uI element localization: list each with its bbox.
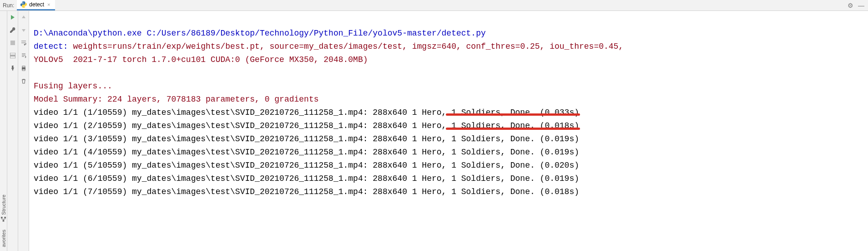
svg-rect-6 xyxy=(10,53,15,55)
wrench-icon[interactable] xyxy=(9,26,16,34)
console-line: Fusing layers... xyxy=(34,82,117,91)
svg-rect-4 xyxy=(1,216,3,218)
console-line: video 1/1 (7/10559) my_dates\images\test… xyxy=(34,187,579,196)
stop-icon[interactable] xyxy=(9,39,16,46)
run-header: Run: detect × ⚙ — xyxy=(0,0,868,11)
svg-rect-3 xyxy=(4,216,6,218)
favorites-tool[interactable]: avorites xyxy=(1,230,6,247)
layout-icon[interactable] xyxy=(9,52,16,59)
console-toolbar xyxy=(18,11,29,251)
svg-rect-9 xyxy=(22,66,25,67)
scroll-end-icon[interactable] xyxy=(20,52,27,59)
console-line: Model Summary: 224 layers, 7078183 param… xyxy=(34,95,319,104)
console-line: video 1/1 (1/10559) my_dates\images\test… xyxy=(34,108,579,117)
console-line: video 1/1 (5/10559) my_dates\images\test… xyxy=(34,161,579,170)
svg-point-1 xyxy=(25,7,25,7)
trash-icon[interactable] xyxy=(20,77,27,85)
console-output[interactable]: D:\Anaconda\python.exe C:/Users/86189/De… xyxy=(29,11,868,251)
structure-icon xyxy=(1,216,6,221)
annotation-underline xyxy=(446,113,580,116)
svg-rect-7 xyxy=(10,56,15,58)
print-icon[interactable] xyxy=(20,65,27,72)
structure-tool[interactable]: Structure xyxy=(1,195,6,222)
console-line: D:\Anaconda\python.exe C:/Users/86189/De… xyxy=(34,29,486,38)
pin-icon[interactable] xyxy=(9,65,16,72)
annotation-underline xyxy=(446,128,580,130)
main-area: Structure avorites xyxy=(0,11,868,251)
left-sidebar: Structure avorites xyxy=(0,11,7,251)
svg-point-0 xyxy=(23,2,23,2)
run-label: Run: xyxy=(0,2,17,9)
console-line: weights=runs/train/exp/weights/best.pt, … xyxy=(73,42,623,51)
gear-icon[interactable]: ⚙ xyxy=(848,2,853,9)
svg-rect-2 xyxy=(3,220,5,222)
console-line: YOLOv5 2021-7-17 torch 1.7.0+cu101 CUDA:… xyxy=(34,55,368,64)
python-icon xyxy=(20,1,27,8)
run-toolbar xyxy=(7,11,18,251)
close-icon[interactable]: × xyxy=(46,2,51,7)
down-icon[interactable] xyxy=(20,26,27,34)
up-icon[interactable] xyxy=(20,14,27,21)
soft-wrap-icon[interactable] xyxy=(20,39,27,46)
svg-rect-5 xyxy=(10,41,15,45)
console-line: video 1/1 (4/10559) my_dates\images\test… xyxy=(34,148,579,157)
console-line: detect: xyxy=(34,42,73,51)
rerun-icon[interactable] xyxy=(9,14,16,21)
console-line: video 1/1 (6/10559) my_dates\images\test… xyxy=(34,174,579,183)
console-line: video 1/1 (3/10559) my_dates\images\test… xyxy=(34,134,579,143)
tab-label: detect xyxy=(29,1,44,8)
minimize-icon[interactable]: — xyxy=(858,2,864,9)
run-tab[interactable]: detect × xyxy=(17,0,55,10)
svg-rect-10 xyxy=(22,69,25,71)
